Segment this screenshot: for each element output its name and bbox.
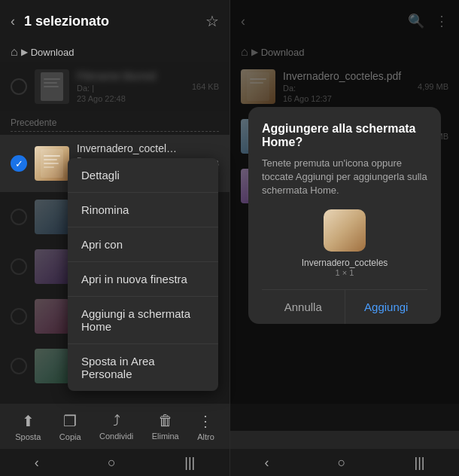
dialog-file-name: Invernadero_cocteles	[302, 258, 388, 268]
move-icon: ⬆	[22, 412, 35, 430]
right-nav-home[interactable]: ○	[338, 455, 346, 471]
dialog-cancel-button[interactable]: Annulla	[262, 290, 345, 324]
nav-back[interactable]: ‹	[35, 455, 39, 471]
context-menu-apri-con[interactable]: Apri con	[68, 227, 218, 262]
delete-icon: 🗑	[158, 412, 173, 429]
file-thumbnail	[35, 299, 69, 334]
file-checkbox[interactable]	[11, 258, 27, 275]
section-divider	[11, 131, 219, 132]
breadcrumb-folder[interactable]: Download	[31, 47, 74, 58]
toolbar-copia-label: Copia	[59, 432, 81, 441]
left-header: ‹ 1 selezionato ☆	[0, 0, 230, 42]
file-thumbnail-cocteles	[35, 146, 69, 181]
right-nav-back[interactable]: ‹	[265, 455, 269, 471]
dialog-text: Tenete premuta un'icona oppure toccate A…	[262, 157, 427, 198]
toolbar-elimina[interactable]: 🗑 Elimina	[152, 412, 179, 441]
toolbar-condividi[interactable]: ⤴ Condividi	[99, 412, 133, 441]
bottom-toolbar: ⬆ Sposta ❐ Copia ⤴ Condividi 🗑 Elimina ⋮…	[0, 404, 230, 449]
toolbar-elimina-label: Elimina	[152, 432, 179, 441]
context-menu-apri-nuova[interactable]: Apri in nuova finestra	[68, 262, 218, 297]
share-icon: ⤴	[113, 412, 120, 429]
copy-icon: ❐	[63, 412, 77, 430]
svg-rect-5	[44, 155, 60, 157]
dialog-file-icon	[324, 209, 366, 252]
file-checkbox[interactable]	[11, 308, 27, 325]
context-menu-rinomina[interactable]: Rinomina	[68, 193, 218, 227]
page-title: 1 selezionato	[24, 14, 205, 29]
dialog-file-size: 1 × 1	[336, 268, 354, 277]
toolbar-condividi-label: Condividi	[99, 432, 133, 441]
left-nav-bar: ‹ ○ |||	[0, 449, 230, 476]
nav-home[interactable]: ○	[108, 455, 116, 471]
right-panel: ‹ 🔍 ⋮ ⌂ ▶ Download Invernadero_cocteles.…	[230, 0, 459, 476]
toolbar-sposta[interactable]: ⬆ Sposta	[15, 412, 41, 441]
file-thumbnail	[35, 200, 69, 234]
home-icon: ⌂	[11, 45, 18, 59]
left-back-button[interactable]: ‹	[11, 14, 15, 29]
toolbar-copia[interactable]: ❐ Copia	[59, 412, 81, 441]
file-thumbnail	[35, 249, 69, 284]
dialog-actions: Annulla Aggiungi	[262, 289, 427, 324]
file-checkbox[interactable]	[11, 209, 27, 225]
context-menu-sposta-personale[interactable]: Sposta in Area Personale	[68, 344, 218, 391]
dialog-confirm-button[interactable]: Aggiungi	[345, 290, 428, 324]
toolbar-sposta-label: Sposta	[15, 432, 41, 441]
file-checkbox[interactable]	[11, 358, 27, 374]
file-thumbnail	[35, 349, 69, 383]
nav-recents[interactable]: |||	[184, 455, 195, 471]
dialog-overlay: Aggiungere alla schermata Home? Tenete p…	[230, 0, 459, 431]
dialog-title: Aggiungere alla schermata Home?	[262, 122, 427, 149]
right-nav-bar: ‹ ○ |||	[230, 449, 459, 476]
breadcrumb-chevron: ▶	[21, 47, 28, 57]
toolbar-altro[interactable]: ⋮ Altro	[197, 412, 214, 441]
context-menu: Dettagli Rinomina Apri con Apri in nuova…	[68, 158, 218, 391]
list-item[interactable]: Filename blurred Da: | 23 Ago 22:48 164 …	[0, 62, 230, 111]
right-nav-recents[interactable]: |||	[414, 455, 424, 471]
svg-rect-8	[44, 166, 54, 168]
more-icon: ⋮	[198, 412, 213, 430]
context-menu-aggiungi-home[interactable]: Aggiungi a schermata Home	[68, 297, 218, 344]
svg-rect-7	[44, 163, 59, 164]
svg-rect-6	[44, 159, 57, 160]
left-panel: ‹ 1 selezionato ☆ ⌂ ▶ Download Filename …	[0, 0, 230, 476]
context-menu-dettagli[interactable]: Dettagli	[68, 158, 218, 193]
add-to-home-dialog: Aggiungere alla schermata Home? Tenete p…	[248, 107, 441, 325]
section-label: Precedente	[0, 111, 230, 131]
toolbar-altro-label: Altro	[197, 432, 214, 441]
file-checkbox-checked[interactable]: ✓	[11, 155, 27, 172]
file-name: Invernadero_cocteles.pdf	[77, 142, 181, 154]
left-breadcrumb: ⌂ ▶ Download	[0, 42, 230, 62]
dialog-icon-area: Invernadero_cocteles 1 × 1	[262, 209, 427, 277]
star-icon[interactable]: ☆	[205, 12, 219, 30]
